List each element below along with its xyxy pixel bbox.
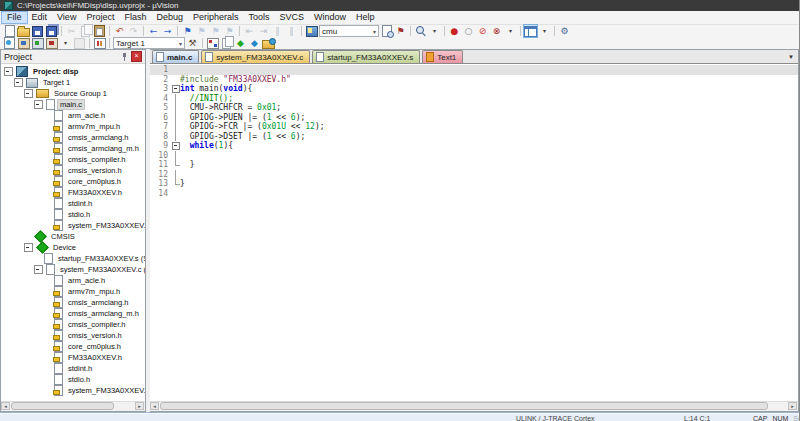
redo-button[interactable]: ↷: [127, 25, 140, 37]
navigate-back-button[interactable]: ←: [147, 25, 160, 37]
tree-item-fm33a0xxev-h[interactable]: FM33A0XXEV.h: [1, 187, 145, 198]
find-options-caret[interactable]: ▾: [428, 25, 441, 37]
menu-item-peripherals[interactable]: Peripherals: [188, 12, 244, 23]
incremental-find-button[interactable]: [414, 25, 427, 37]
code-line-7[interactable]: 7 GPIOG->FCR |= (0x01U << 12);: [150, 122, 798, 132]
breakpoints-caret[interactable]: ▾: [504, 25, 517, 37]
indent-button[interactable]: ⇥: [257, 25, 270, 37]
download-button[interactable]: [93, 37, 106, 49]
tree-item-device[interactable]: Device: [1, 242, 145, 253]
find-in-files-button[interactable]: [380, 25, 393, 37]
configuration-button[interactable]: ⚙: [558, 25, 571, 37]
collapse-icon[interactable]: [14, 78, 23, 87]
batch-build-caret[interactable]: ▾: [59, 37, 72, 49]
paste-button[interactable]: [93, 25, 106, 37]
uncomment-selection-button[interactable]: ∥: [285, 25, 298, 37]
tree-item-stdio-h[interactable]: stdio.h: [1, 374, 145, 385]
tree-item-main-c[interactable]: main.c: [1, 99, 145, 110]
code-line-1[interactable]: 1: [150, 65, 798, 75]
save-all-button[interactable]: [45, 25, 58, 37]
pack-installer-button[interactable]: [262, 37, 275, 49]
rebuild-button[interactable]: [31, 37, 44, 49]
tree-item-core-cm0plus-h[interactable]: core_cm0plus.h: [1, 176, 145, 187]
chevron-down-icon[interactable]: ▾: [373, 28, 376, 35]
tab-text1[interactable]: Text1: [422, 50, 463, 63]
build-button[interactable]: [17, 37, 30, 49]
code-line-6[interactable]: 6 GPIOG->PUEN |= (1 << 6);: [150, 113, 798, 123]
new-file-button[interactable]: [3, 25, 16, 37]
tree-item-cmsis-armclang-h[interactable]: cmsis_armclang.h: [1, 297, 145, 308]
menu-item-help[interactable]: Help: [351, 12, 380, 23]
tree-item-stdint-h[interactable]: stdint.h: [1, 198, 145, 209]
menu-item-window[interactable]: Window: [309, 12, 351, 23]
kill-all-breakpoints-button[interactable]: ⊗: [490, 25, 503, 37]
code-line-8[interactable]: 8 GPIOG->DSET |= (1 << 6);: [150, 132, 798, 142]
disable-all-breakpoints-button[interactable]: ⊘: [476, 25, 489, 37]
menu-item-tools[interactable]: Tools: [243, 12, 274, 23]
target-select[interactable]: Target 1▾: [113, 37, 185, 49]
collapse-icon[interactable]: [34, 265, 43, 274]
scroll-left-icon[interactable]: ◂: [1, 402, 10, 410]
next-bookmark-button[interactable]: ⚑: [209, 25, 222, 37]
outdent-button[interactable]: ⇤: [243, 25, 256, 37]
title-bar[interactable]: C:\Projects\keil\FMDisp\disp.uvprojx - µ…: [0, 0, 799, 11]
window-layout-caret[interactable]: ▾: [538, 25, 551, 37]
tree-item-source-group-1[interactable]: Source Group 1: [1, 88, 145, 99]
tree-item-armv7m-mpu-h[interactable]: armv7m_mpu.h: [1, 121, 145, 132]
tree-item-arm-acle-h[interactable]: arm_acle.h: [1, 110, 145, 121]
options-for-target-button[interactable]: ⚒: [186, 37, 199, 49]
scroll-thumb[interactable]: [160, 402, 768, 410]
cut-button[interactable]: ✂: [65, 25, 78, 37]
tree-item-cmsis-compiler-h[interactable]: cmsis_compiler.h: [1, 319, 145, 330]
code-line-4[interactable]: 4 //INIT();: [150, 94, 798, 104]
batch-build-button[interactable]: [45, 37, 58, 49]
stop-build-button[interactable]: [73, 37, 86, 49]
quick-search-input[interactable]: cmu▾: [319, 25, 379, 37]
pin-icon[interactable]: [120, 52, 129, 61]
menu-item-file[interactable]: File: [2, 12, 27, 23]
tree-item-cmsis-armclang-m-h[interactable]: cmsis_armclang_m.h: [1, 308, 145, 319]
copy-button[interactable]: [79, 25, 92, 37]
tree-item-system-fm33a0xxev-h[interactable]: system_FM33A0XXEV.h: [1, 220, 145, 231]
code-line-3[interactable]: 3int main(void){: [150, 84, 798, 94]
code-area[interactable]: 12#include "FM33A0XXEV.h"3int main(void)…: [150, 64, 798, 401]
search-flag-button[interactable]: ⚑: [394, 25, 407, 37]
code-line-12[interactable]: 12: [150, 170, 798, 180]
tree-item-cmsis-version-h[interactable]: cmsis_version.h: [1, 165, 145, 176]
select-software-packs-button[interactable]: ◆: [248, 37, 261, 49]
collapse-icon[interactable]: [24, 89, 33, 98]
tree-item-arm-acle-h[interactable]: arm_acle.h: [1, 275, 145, 286]
manage-project-items-button[interactable]: [206, 37, 219, 49]
configure-find-button[interactable]: [305, 25, 318, 37]
tree-item-cmsis[interactable]: CMSIS: [1, 231, 145, 242]
tree-item-project-disp[interactable]: Project: disp: [1, 66, 145, 77]
tree-item-target-1[interactable]: Target 1: [1, 77, 145, 88]
menu-item-view[interactable]: View: [52, 12, 81, 23]
previous-bookmark-button[interactable]: ⚑: [195, 25, 208, 37]
tree-item-cmsis-version-h[interactable]: cmsis_version.h: [1, 330, 145, 341]
manage-rte-button[interactable]: ◆: [234, 37, 247, 49]
tab-main-c[interactable]: main.c: [152, 50, 199, 63]
code-line-5[interactable]: 5 CMU->RCHFCR = 0x01;: [150, 103, 798, 113]
menu-item-edit[interactable]: Edit: [27, 12, 53, 23]
project-panel-hscrollbar[interactable]: ◂ ▸: [1, 401, 145, 411]
save-button[interactable]: [31, 25, 44, 37]
tree-item-cmsis-armclang-m-h[interactable]: cmsis_armclang_m.h: [1, 143, 145, 154]
translate-button[interactable]: [3, 37, 16, 49]
tree-item-fm33a0xxev-h[interactable]: FM33A0XXEV.h: [1, 352, 145, 363]
tree-item-core-cm0plus-h[interactable]: core_cm0plus.h: [1, 341, 145, 352]
chevron-down-icon[interactable]: ▾: [179, 40, 182, 47]
scroll-thumb[interactable]: [11, 402, 114, 410]
scroll-right-icon[interactable]: ▸: [135, 402, 144, 410]
enable-disable-breakpoint-button[interactable]: ○: [462, 25, 475, 37]
navigate-forward-button[interactable]: →: [161, 25, 174, 37]
scroll-left-icon[interactable]: ◂: [150, 402, 159, 410]
code-line-9[interactable]: 9 while(1){: [150, 141, 798, 151]
undo-button[interactable]: ↶: [113, 25, 126, 37]
tree-item-system-fm33a0xxev-h[interactable]: system_FM33A0XXEV.h: [1, 385, 145, 396]
open-file-button[interactable]: [17, 25, 30, 37]
code-line-10[interactable]: 10: [150, 151, 798, 161]
tree-item-stdint-h[interactable]: stdint.h: [1, 363, 145, 374]
code-line-2[interactable]: 2#include "FM33A0XXEV.h": [150, 75, 798, 85]
collapse-icon[interactable]: [4, 67, 13, 76]
